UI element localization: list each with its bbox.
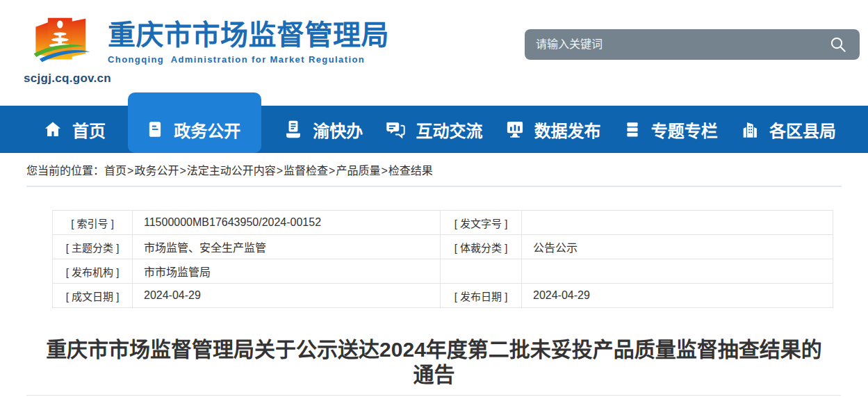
meta-label-issuer: [ 发布机构 ] [53, 259, 133, 284]
meta-label-written-date: [ 成文日期 ] [53, 284, 133, 308]
nav-item-label: 数据发布 [534, 118, 601, 142]
meta-value-subject: 市场监管、安全生产监管 [133, 235, 441, 259]
breadcrumb-link-inspection-results[interactable]: 检查结果 [388, 165, 433, 177]
breadcrumb-prefix: 您当前的位置： [26, 165, 104, 177]
breadcrumb-link-supervision[interactable]: 监督检查 [284, 165, 328, 177]
nav-item-data[interactable]: 数据发布 [505, 106, 601, 153]
table-row: [ 主题分类 ] 市场监管、安全生产监管 [ 体裁分类 ] 公告公示 [53, 235, 833, 259]
nav-item-label: 专题专栏 [651, 118, 718, 142]
document-meta-table: [ 索引号 ] 11500000MB17643950/2024-00152 [ … [52, 210, 833, 308]
site-brand: 重庆市市场监督管理局 Chongqing Administration for … [108, 19, 389, 65]
document-icon [146, 120, 164, 138]
meta-label-empty [441, 259, 522, 284]
article-title: 重庆市市场监督管理局关于公示送达2024年度第二批未妥投产品质量监督抽查结果的通… [44, 337, 824, 387]
content-divider [26, 395, 841, 396]
chat-icon [385, 120, 406, 139]
nav-item-label: 互动交流 [416, 118, 482, 142]
meta-label-subject: [ 主题分类 ] [53, 235, 133, 259]
meta-value-publish-date: 2024-04-29 [522, 284, 833, 308]
meta-value-written-date: 2024-04-29 [133, 284, 441, 308]
meta-value-issuer: 市市场监管局 [133, 259, 441, 284]
breadcrumb-link-gov-info[interactable]: 政务公开 [134, 165, 179, 177]
breadcrumb-separator: > [179, 165, 186, 177]
breadcrumb-link-statutory-disclosure[interactable]: 法定主动公开内容 [187, 165, 276, 177]
layers-icon [623, 120, 641, 138]
meta-label-index-no: [ 索引号 ] [53, 211, 133, 235]
nav-item-topics[interactable]: 专题专栏 [623, 106, 718, 153]
kiosk-icon [284, 120, 303, 139]
search-icon[interactable] [828, 34, 849, 55]
main-nav: 首页 政务公开 渝快办 [0, 106, 868, 153]
table-row: [ 成文日期 ] 2024-04-29 [ 发布日期 ] 2024-04-29 [53, 284, 833, 308]
nav-item-district-bureaus[interactable]: 各区县局 [740, 106, 836, 153]
nav-item-label: 政务公开 [174, 118, 240, 142]
breadcrumb-link-product-quality[interactable]: 产品质量 [336, 165, 380, 177]
meta-label-publish-date: [ 发布日期 ] [441, 284, 522, 308]
meta-value-index-no: 11500000MB17643950/2024-00152 [133, 211, 441, 235]
nav-item-yukuaiban[interactable]: 渝快办 [284, 106, 363, 153]
breadcrumb-separator: > [329, 165, 335, 177]
nav-item-gov-info[interactable]: 政务公开 [128, 92, 261, 153]
buildings-icon [740, 120, 760, 139]
site-title: 重庆市市场监督管理局 [108, 19, 389, 51]
nav-item-label: 渝快办 [313, 118, 363, 142]
meta-value-genre: 公告公示 [522, 235, 833, 259]
breadcrumb-separator: > [277, 165, 283, 177]
nav-item-home[interactable]: 首页 [43, 106, 106, 153]
site-url: scjgj.cq.gov.cn [24, 72, 108, 86]
page-header: scjgj.cq.gov.cn 重庆市市场监督管理局 Chongqing Adm… [0, 0, 868, 106]
chart-monitor-icon [505, 120, 525, 139]
meta-value-empty [522, 259, 833, 284]
site-logo-icon[interactable] [31, 8, 95, 72]
search-input[interactable] [536, 38, 828, 51]
nav-item-label: 首页 [72, 118, 106, 142]
breadcrumb-link-home[interactable]: 首页 [104, 165, 126, 177]
meta-label-genre: [ 体裁分类 ] [441, 235, 522, 259]
nav-item-interaction[interactable]: 互动交流 [385, 106, 482, 153]
meta-label-doc-no: [ 发文字号 ] [441, 211, 522, 235]
meta-value-doc-no [522, 211, 833, 235]
nav-item-label: 各区县局 [769, 118, 836, 142]
search-box [525, 29, 860, 60]
breadcrumb-separator: > [127, 165, 133, 177]
table-row: [ 索引号 ] 11500000MB17643950/2024-00152 [ … [53, 211, 833, 235]
breadcrumb-separator: > [381, 165, 387, 177]
breadcrumb: 您当前的位置：首页>政务公开>法定主动公开内容>监督检查>产品质量>检查结果 [26, 153, 842, 187]
site-subtitle: Chongqing Administration for Market Regu… [108, 54, 389, 65]
table-row: [ 发布机构 ] 市市场监管局 [53, 259, 833, 284]
home-icon [43, 120, 63, 139]
